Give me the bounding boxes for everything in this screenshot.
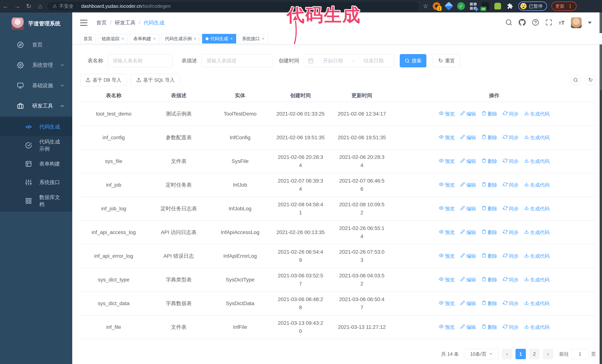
edit-action-link[interactable]: 编辑 (460, 157, 476, 165)
avatar-caret-icon[interactable] (588, 22, 592, 24)
font-size-icon[interactable]: TT (559, 20, 565, 26)
trash-action-link[interactable]: 删除 (482, 134, 497, 142)
toggle-search-button[interactable] (570, 75, 581, 85)
refresh-action-link[interactable]: 同步 (503, 299, 519, 308)
browser-reload-icon[interactable]: ↻ (23, 2, 34, 10)
sidebar-item-3[interactable]: 研发工具 (0, 96, 72, 116)
extension-icon-3[interactable]: ✓ (457, 2, 465, 10)
refresh-action-link[interactable]: 同步 (503, 134, 519, 142)
refresh-action-link[interactable]: 同步 (503, 157, 519, 165)
table-desc-input[interactable]: 请输入表描述 (202, 54, 273, 67)
close-tab-icon[interactable]: × (230, 36, 233, 41)
reset-button[interactable]: ↻ 重置 (433, 54, 460, 67)
trash-action-link[interactable]: 删除 (482, 157, 497, 165)
eye-action-link[interactable]: 预览 (439, 157, 455, 165)
browser-home-icon[interactable]: ⌂ (34, 3, 46, 10)
tab-5[interactable]: 系统接口× (238, 34, 268, 43)
table-row[interactable]: sys_dict_data字典数据表SysDictData2021-03-06 … (80, 291, 596, 315)
edit-action-link[interactable]: 编辑 (460, 299, 476, 308)
extension-icon-6[interactable] (494, 2, 502, 10)
sidebar-subitem-4[interactable]: 数据库文档 (0, 192, 72, 210)
download-action-link[interactable]: 生成代码 (524, 299, 549, 308)
trash-action-link[interactable]: 删除 (482, 323, 497, 331)
sidebar-item-2[interactable]: 基础设施 (0, 75, 72, 96)
sidebar-subitem-0[interactable]: </>代码生成 (0, 118, 72, 136)
trash-action-link[interactable]: 删除 (482, 228, 497, 236)
download-action-link[interactable]: 生成代码 (524, 252, 549, 260)
close-tab-icon[interactable]: × (262, 36, 264, 41)
refresh-action-link[interactable]: 同步 (503, 181, 519, 189)
search-button[interactable]: 搜索 (400, 54, 426, 67)
page-button-2[interactable]: 2 (529, 349, 540, 359)
download-action-link[interactable]: 生成代码 (524, 228, 549, 236)
user-avatar[interactable] (571, 17, 582, 28)
date-start-input[interactable]: 开始日期 (317, 57, 349, 64)
chrome-menu-icon[interactable]: ⋮ (568, 3, 573, 9)
edit-action-link[interactable]: 编辑 (460, 323, 476, 331)
trash-action-link[interactable]: 删除 (482, 181, 497, 189)
table-row[interactable]: sys_dict_type字典类型表SysDictType2021-03-06 … (80, 268, 596, 291)
tab-3[interactable]: 代码生成示例× (161, 34, 200, 43)
breadcrumb-home[interactable]: 首页 (96, 19, 107, 26)
download-action-link[interactable]: 生成代码 (524, 205, 549, 213)
address-bar[interactable]: ⚠ 不安全 dashboard.yudao.iocoder.cn /tool/c… (47, 2, 419, 10)
download-action-link[interactable]: 生成代码 (524, 323, 549, 331)
edit-action-link[interactable]: 编辑 (460, 205, 476, 213)
table-row[interactable]: inf_api_error_logAPI 错误日志InfApiErrorLog2… (80, 244, 596, 268)
refresh-table-button[interactable]: ↻ (585, 75, 596, 85)
scrollbar-thumb[interactable] (600, 12, 602, 90)
extension-icon-5[interactable]: on (482, 2, 489, 10)
page-button-1[interactable]: 1 (516, 349, 526, 359)
eye-action-link[interactable]: 预览 (439, 276, 455, 284)
download-action-link[interactable]: 生成代码 (524, 134, 549, 142)
prev-page-button[interactable]: ‹ (502, 349, 512, 359)
date-end-input[interactable]: 结束日期 (357, 57, 390, 64)
eye-action-link[interactable]: 预览 (439, 228, 455, 236)
browser-back-icon[interactable]: ← (0, 3, 11, 10)
tab-2[interactable]: 表单构建× (130, 34, 159, 43)
extensions-puzzle-icon[interactable] (506, 2, 514, 10)
close-tab-icon[interactable]: × (194, 36, 196, 41)
import-sql-button[interactable]: 基于 SQL 导入 (131, 74, 180, 86)
trash-action-link[interactable]: 删除 (482, 205, 497, 213)
page-size-select[interactable]: 10条/页 (464, 349, 498, 359)
browser-forward-icon[interactable]: → (11, 3, 23, 10)
download-action-link[interactable]: 生成代码 (524, 157, 549, 165)
refresh-action-link[interactable]: 同步 (503, 228, 519, 236)
refresh-action-link[interactable]: 同步 (503, 323, 519, 331)
sidebar-item-1[interactable]: 系统管理 (0, 55, 72, 75)
download-action-link[interactable]: 生成代码 (524, 181, 549, 189)
logo-row[interactable]: 芋道管理系统 (0, 12, 72, 35)
eye-action-link[interactable]: 预览 (439, 181, 455, 189)
chrome-update-button[interactable]: 更新 ⋮ (551, 1, 577, 11)
help-icon[interactable] (532, 19, 539, 27)
breadcrumb-tools[interactable]: 研发工具 (115, 19, 136, 26)
hamburger-icon[interactable] (80, 20, 87, 26)
trash-action-link[interactable]: 删除 (482, 252, 497, 260)
tab-4[interactable]: 代码生成× (202, 34, 236, 43)
next-page-button[interactable]: › (543, 349, 553, 359)
sidebar-subitem-3[interactable]: 系统接口 (0, 173, 72, 192)
refresh-action-link[interactable]: 同步 (503, 110, 519, 118)
bookmark-star-icon[interactable]: ☆ (423, 3, 428, 10)
goto-page-input[interactable]: 1 (571, 349, 589, 359)
github-icon[interactable] (519, 19, 526, 27)
table-row[interactable]: inf_file文件表InfFile2021-03-13 09:43:20202… (80, 315, 596, 339)
header-search-icon[interactable] (505, 19, 512, 27)
browser-scrollbar[interactable] (600, 12, 602, 364)
eye-action-link[interactable]: 预览 (439, 110, 455, 118)
download-action-link[interactable]: 生成代码 (524, 276, 549, 284)
edit-action-link[interactable]: 编辑 (460, 181, 476, 189)
sidebar-item-0[interactable]: 首页 (0, 35, 72, 55)
profile-paused-badge[interactable]: 已暂停 (518, 1, 547, 11)
close-tab-icon[interactable]: × (122, 36, 124, 41)
table-name-input[interactable]: 请输入表名称 (108, 54, 172, 67)
edit-action-link[interactable]: 编辑 (460, 110, 476, 118)
eye-action-link[interactable]: 预览 (439, 299, 455, 308)
refresh-action-link[interactable]: 同步 (503, 276, 519, 284)
sidebar-subitem-2[interactable]: 表单构建 (0, 155, 72, 173)
tab-1[interactable]: 链路追踪× (98, 34, 128, 43)
extension-icon-2[interactable] (445, 2, 453, 10)
import-db-button[interactable]: 基于 DB 导入 (80, 74, 127, 86)
eye-action-link[interactable]: 预览 (439, 323, 455, 331)
